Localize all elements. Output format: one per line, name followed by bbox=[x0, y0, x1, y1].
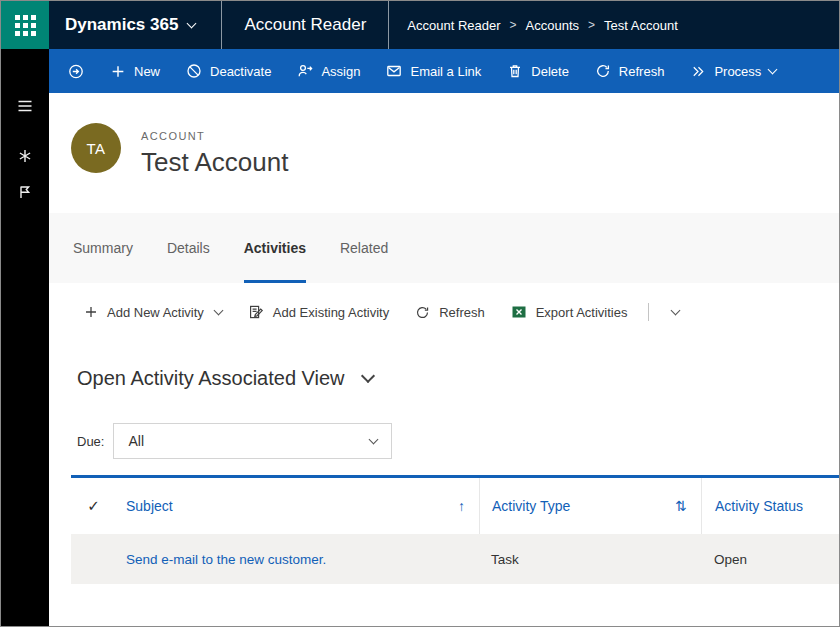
left-sidebar bbox=[1, 49, 49, 626]
email-link-label: Email a Link bbox=[410, 64, 481, 79]
subject-link[interactable]: Send e-mail to the new customer. bbox=[126, 552, 326, 567]
add-new-activity-label: Add New Activity bbox=[107, 305, 204, 320]
assign-label: Assign bbox=[321, 64, 360, 79]
process-button[interactable]: Process bbox=[677, 49, 789, 93]
waffle-icon bbox=[15, 15, 36, 36]
email-link-button[interactable]: Email a Link bbox=[373, 49, 494, 93]
breadcrumb-entity[interactable]: Accounts bbox=[526, 18, 579, 33]
chevron-down-icon bbox=[360, 369, 374, 383]
table-row[interactable]: Send e-mail to the new customer. Task Op… bbox=[71, 534, 839, 584]
tab-related[interactable]: Related bbox=[340, 240, 388, 283]
breadcrumb-separator: > bbox=[510, 18, 517, 32]
activity-status-column-label: Activity Status bbox=[715, 498, 803, 514]
sort-both-icon: ⇅ bbox=[675, 498, 687, 514]
chevron-down-icon bbox=[187, 18, 197, 28]
deactivate-button[interactable]: Deactivate bbox=[173, 49, 284, 93]
add-new-activity-button[interactable]: Add New Activity bbox=[71, 283, 235, 341]
subject-column-label: Subject bbox=[126, 498, 173, 514]
chevron-down-icon bbox=[213, 305, 223, 315]
delete-label: Delete bbox=[531, 64, 569, 79]
sort-ascending-icon: ↑ bbox=[458, 498, 465, 514]
assign-button[interactable]: Assign bbox=[284, 49, 373, 93]
column-header-activity-status[interactable]: Activity Status bbox=[701, 478, 839, 534]
refresh-icon bbox=[595, 63, 611, 79]
breadcrumb: Account Reader > Accounts > Test Account bbox=[389, 18, 677, 33]
sidebar-item-1[interactable] bbox=[1, 139, 49, 173]
top-nav-bar: Dynamics 365 Account Reader Account Read… bbox=[1, 1, 839, 49]
command-bar: New Deactivate Assign Email a Link Delet… bbox=[49, 49, 839, 93]
app-title: Account Reader bbox=[222, 15, 388, 35]
toolbar-divider bbox=[648, 303, 649, 321]
add-existing-activity-button[interactable]: Add Existing Activity bbox=[235, 283, 402, 341]
grid-header: ✓ Subject ↑ Activity Type ⇅ Activity Sta… bbox=[71, 478, 839, 534]
edit-document-icon bbox=[248, 304, 264, 320]
process-icon bbox=[690, 64, 706, 79]
record-set-icon bbox=[68, 63, 84, 80]
app-launcher-button[interactable] bbox=[1, 1, 49, 49]
due-filter-label: Due: bbox=[77, 434, 113, 449]
view-selector-button[interactable]: Open Activity Associated View bbox=[49, 341, 839, 397]
email-link-icon bbox=[386, 63, 402, 79]
avatar: TA bbox=[71, 123, 121, 173]
breadcrumb-app[interactable]: Account Reader bbox=[407, 18, 500, 33]
sidebar-item-2[interactable] bbox=[1, 175, 49, 209]
record-set-navigator-button[interactable] bbox=[55, 49, 97, 93]
tab-summary[interactable]: Summary bbox=[73, 240, 133, 283]
tab-strip: Summary Details Activities Related bbox=[49, 213, 839, 283]
column-header-activity-type[interactable]: Activity Type ⇅ bbox=[479, 478, 701, 534]
main-content: New Deactivate Assign Email a Link Delet… bbox=[49, 49, 839, 626]
app-window: Dynamics 365 Account Reader Account Read… bbox=[0, 0, 840, 627]
cell-subject: Send e-mail to the new customer. bbox=[116, 552, 479, 567]
refresh-activities-label: Refresh bbox=[439, 305, 485, 320]
due-filter-select[interactable]: All bbox=[113, 423, 392, 459]
flag-icon bbox=[17, 184, 33, 200]
plus-icon bbox=[110, 64, 126, 79]
record-header-text: ACCOUNT Test Account bbox=[141, 123, 288, 213]
refresh-icon bbox=[415, 305, 430, 320]
tab-details[interactable]: Details bbox=[167, 240, 210, 283]
chevron-down-icon bbox=[768, 64, 778, 74]
page-title: Test Account bbox=[141, 147, 288, 178]
delete-icon bbox=[507, 63, 523, 79]
plus-icon bbox=[84, 305, 98, 319]
due-filter-row: Due: All bbox=[77, 423, 839, 459]
activities-grid: ✓ Subject ↑ Activity Type ⇅ Activity Sta… bbox=[71, 475, 839, 584]
select-all-checkbox[interactable]: ✓ bbox=[71, 478, 116, 534]
export-activities-button[interactable]: Export Activities bbox=[498, 283, 641, 341]
new-button[interactable]: New bbox=[97, 49, 173, 93]
breadcrumb-separator: > bbox=[588, 18, 595, 32]
view-title: Open Activity Associated View bbox=[77, 367, 345, 390]
add-existing-activity-label: Add Existing Activity bbox=[273, 305, 389, 320]
hamburger-icon bbox=[16, 97, 34, 115]
toolbar-overflow-button[interactable] bbox=[657, 283, 692, 341]
activity-type-column-label: Activity Type bbox=[492, 498, 570, 514]
excel-icon bbox=[511, 304, 527, 320]
refresh-button[interactable]: Refresh bbox=[582, 49, 678, 93]
chevron-down-icon bbox=[369, 434, 379, 444]
chevron-down-icon bbox=[671, 305, 681, 315]
refresh-label: Refresh bbox=[619, 64, 665, 79]
dynamics-home-button[interactable]: Dynamics 365 bbox=[49, 1, 221, 49]
due-filter-value: All bbox=[128, 433, 144, 449]
new-label: New bbox=[134, 64, 160, 79]
entity-type-label: ACCOUNT bbox=[141, 130, 288, 142]
record-header: TA ACCOUNT Test Account bbox=[49, 93, 839, 213]
cell-activity-status: Open bbox=[701, 552, 839, 567]
activity-toolbar: Add New Activity Add Existing Activity R… bbox=[49, 283, 839, 341]
tab-activities[interactable]: Activities bbox=[244, 240, 306, 283]
brand-label: Dynamics 365 bbox=[65, 15, 178, 35]
assign-icon bbox=[297, 63, 313, 79]
breadcrumb-record[interactable]: Test Account bbox=[604, 18, 678, 33]
column-header-subject[interactable]: Subject ↑ bbox=[116, 478, 479, 534]
delete-button[interactable]: Delete bbox=[494, 49, 582, 93]
process-label: Process bbox=[714, 64, 761, 79]
checkmark-icon: ✓ bbox=[87, 497, 100, 515]
hamburger-menu-button[interactable] bbox=[1, 89, 49, 123]
refresh-activities-button[interactable]: Refresh bbox=[402, 283, 498, 341]
deactivate-icon bbox=[186, 63, 202, 79]
deactivate-label: Deactivate bbox=[210, 64, 271, 79]
asterisk-icon bbox=[17, 148, 33, 164]
export-activities-label: Export Activities bbox=[536, 305, 628, 320]
cell-activity-type: Task bbox=[479, 552, 701, 567]
